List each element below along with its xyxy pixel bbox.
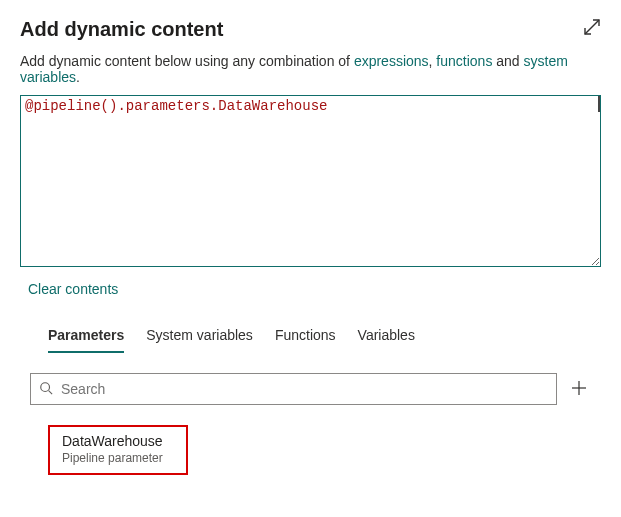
- expand-icon[interactable]: [583, 18, 601, 36]
- editor-cursor-indicator: [598, 96, 600, 112]
- tab-system-variables[interactable]: System variables: [146, 321, 253, 353]
- parameter-name: DataWarehouse: [62, 433, 174, 449]
- tab-variables[interactable]: Variables: [358, 321, 415, 353]
- intro-suffix: .: [76, 69, 80, 85]
- search-box[interactable]: [30, 373, 557, 405]
- tab-parameters[interactable]: Parameters: [48, 321, 124, 353]
- search-input[interactable]: [59, 380, 548, 398]
- parameter-item-datawarehouse[interactable]: DataWarehouse Pipeline parameter: [48, 425, 188, 475]
- expressions-link[interactable]: expressions: [354, 53, 429, 69]
- svg-point-0: [41, 382, 50, 391]
- expression-editor-container: [20, 95, 601, 267]
- svg-line-1: [49, 390, 53, 394]
- expression-editor[interactable]: [21, 96, 600, 266]
- search-icon: [39, 381, 53, 398]
- tab-bar: Parameters System variables Functions Va…: [20, 321, 601, 353]
- intro-sep2: and: [492, 53, 523, 69]
- functions-link[interactable]: functions: [436, 53, 492, 69]
- plus-icon: [571, 378, 587, 400]
- intro-prefix: Add dynamic content below using any comb…: [20, 53, 354, 69]
- intro-text: Add dynamic content below using any comb…: [20, 53, 601, 85]
- parameter-subtitle: Pipeline parameter: [62, 451, 174, 465]
- add-button[interactable]: [567, 379, 591, 399]
- clear-contents-link[interactable]: Clear contents: [28, 281, 118, 297]
- panel-title: Add dynamic content: [20, 18, 223, 41]
- tab-functions[interactable]: Functions: [275, 321, 336, 353]
